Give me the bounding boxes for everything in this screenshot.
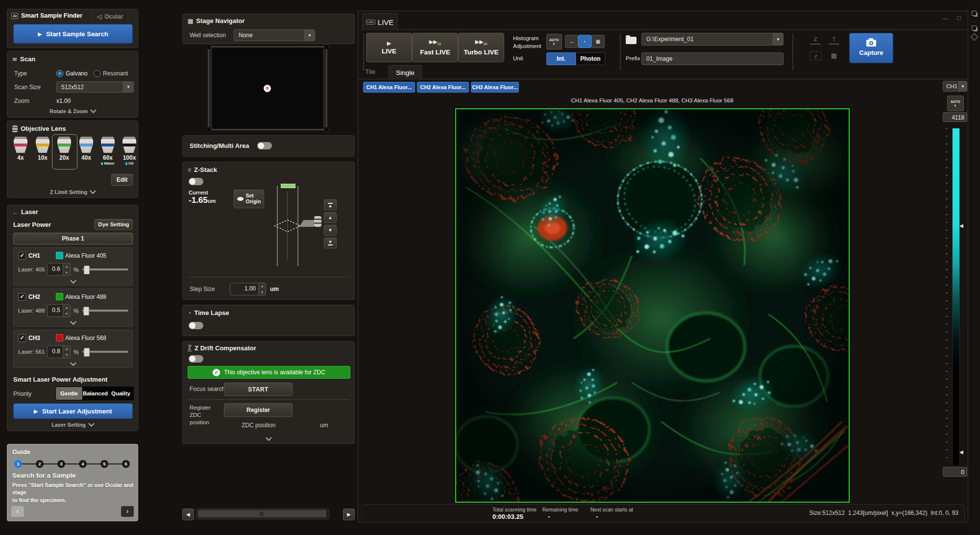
capture-time-icon[interactable]: T xyxy=(829,35,839,45)
start-sample-search-button[interactable]: ▶ Start Sample Search xyxy=(13,24,133,44)
histogram-auto-button[interactable]: AUTO ◐ xyxy=(546,34,562,49)
ch2-expander[interactable] xyxy=(14,321,132,325)
objective-40x[interactable]: 40x xyxy=(75,137,97,161)
guide-step-6[interactable]: 6 xyxy=(122,460,130,468)
horizontal-scrollbar[interactable] xyxy=(196,509,329,519)
lut-lower-handle[interactable]: ◀ xyxy=(959,449,963,455)
z-move-bottom-button[interactable]: ▼ xyxy=(324,238,337,248)
ch1-checkbox[interactable]: ✓ xyxy=(18,252,26,260)
step-size-value[interactable]: 1.00 xyxy=(230,283,258,295)
guide-step-4[interactable]: 4 xyxy=(79,460,87,468)
stitching-toggle[interactable] xyxy=(257,142,272,149)
slider-thumb[interactable] xyxy=(83,307,89,316)
dock-dots-icon[interactable]: ···· xyxy=(970,20,977,23)
slider-thumb[interactable] xyxy=(84,266,90,274)
zdc-toggle[interactable] xyxy=(189,355,203,363)
spin-down-icon[interactable]: ▼ xyxy=(63,352,70,358)
time-lapse-toggle[interactable] xyxy=(189,322,203,329)
dye-setting-button[interactable]: Dye Setting xyxy=(95,219,133,230)
ch1-expander[interactable] xyxy=(14,280,132,284)
slider-thumb[interactable] xyxy=(84,348,90,357)
z-move-down-button[interactable]: ▼ xyxy=(324,225,337,236)
dock-layers-icon[interactable] xyxy=(972,25,977,30)
tab-tile[interactable]: Tile xyxy=(365,68,375,75)
register-button[interactable]: Register xyxy=(224,403,293,417)
capture-button[interactable]: Capture xyxy=(849,33,893,63)
live-button[interactable]: ▶ LIVE xyxy=(366,33,412,62)
prefix-input[interactable]: 01_Image xyxy=(641,52,784,65)
ch3-expander[interactable] xyxy=(14,362,132,366)
z-current-plane-diamond[interactable] xyxy=(274,219,301,233)
capture-z-stack-icon[interactable]: Z xyxy=(810,35,821,45)
priority-quality[interactable]: Quality xyxy=(108,387,133,400)
rotate-zoom-expander[interactable]: Rotate & Zoom xyxy=(7,108,138,114)
guide-step-1[interactable]: 1 xyxy=(14,460,22,468)
stage-preview[interactable]: + xyxy=(208,46,327,130)
priority-balanced[interactable]: Balanced xyxy=(82,387,108,400)
histogram-expanded-button[interactable]: ▦ xyxy=(591,35,605,48)
spin-down-icon[interactable]: ▼ xyxy=(63,311,70,317)
spin-up-icon[interactable]: ▲ xyxy=(63,264,70,270)
scan-size-dropdown[interactable]: 512x512 ▼ xyxy=(56,81,134,93)
capture-z-range-icon[interactable]: z xyxy=(810,51,822,60)
objective-10x[interactable]: 10x xyxy=(32,137,53,161)
z-stack-toggle[interactable] xyxy=(189,178,203,185)
ch2-checkbox[interactable]: ✓ xyxy=(18,293,26,301)
zdc-expander[interactable] xyxy=(183,437,354,441)
ch3-channel-chip[interactable]: CH3 Alexa Fluor... xyxy=(471,82,519,93)
dock-3d-cube-icon[interactable] xyxy=(971,33,979,41)
ch2-power-slider[interactable] xyxy=(82,310,128,312)
spin-down-icon[interactable]: ▼ xyxy=(63,270,70,276)
well-selection-dropdown[interactable]: None ▼ xyxy=(234,29,315,41)
ch1-power-value[interactable]: 0.6 xyxy=(48,264,63,275)
ch1-power-spinner[interactable]: 0.6 ▲▼ xyxy=(47,263,71,276)
unit-int-button[interactable]: Int. xyxy=(546,52,576,65)
spin-down-icon[interactable]: ▼ xyxy=(259,290,266,295)
edit-button[interactable]: Edit xyxy=(111,174,133,186)
scrollbar-thumb[interactable] xyxy=(198,510,326,517)
lut-gradient-bar[interactable] xyxy=(952,128,960,466)
ch1-channel-chip[interactable]: CH1 Alexa Fluor... xyxy=(363,82,415,93)
save-folder-dropdown[interactable]: G:\Experiment_01 ▼ xyxy=(641,33,784,46)
laser-setting-expander[interactable]: Laser Setting xyxy=(7,422,138,428)
lut-auto-button[interactable]: AUTO ◐ xyxy=(947,96,964,111)
objective-100x[interactable]: 100x Oil xyxy=(119,137,140,166)
z-top-marker[interactable] xyxy=(281,184,295,188)
live-image-frame[interactable] xyxy=(455,108,850,503)
focus-search-start-button[interactable]: START xyxy=(224,383,293,396)
stage-corner-handle[interactable] xyxy=(324,45,329,49)
histogram-compact-button[interactable]: ▪ xyxy=(578,35,591,48)
ch2-channel-chip[interactable]: CH2 Alexa Fluor... xyxy=(417,82,469,93)
unit-photon-button[interactable]: Photon xyxy=(576,52,605,65)
objective-60x[interactable]: 60x Water xyxy=(97,137,119,166)
objective-20x-selected[interactable]: 20x xyxy=(53,137,75,161)
ch3-power-spinner[interactable]: 0.8 ▲▼ xyxy=(47,345,71,358)
ch3-power-value[interactable]: 0.8 xyxy=(48,346,63,358)
stage-corner-handle[interactable] xyxy=(206,127,211,132)
radio-resonant[interactable] xyxy=(94,70,100,77)
tab-smart-sample-finder[interactable]: AI Smart Sample Finder xyxy=(11,12,82,19)
ch2-power-spinner[interactable]: 0.5 ▲▼ xyxy=(47,304,71,317)
set-origin-button[interactable]: SetOrigin xyxy=(234,190,264,208)
z-move-top-button[interactable]: ▲ xyxy=(324,199,337,210)
priority-gentle[interactable]: Gentle xyxy=(56,387,82,400)
turbo-live-button[interactable]: ▶▶x4 Turbo LIVE xyxy=(458,33,504,62)
radio-galvano[interactable] xyxy=(56,70,63,77)
scroll-right-button[interactable]: ▶ xyxy=(343,509,355,520)
step-size-spinner[interactable]: 1.00 ▲▼ xyxy=(230,283,266,295)
stage-position-marker[interactable]: + xyxy=(264,85,271,92)
spin-up-icon[interactable]: ▲ xyxy=(63,305,70,311)
phase-1-button[interactable]: Phase 1 xyxy=(13,233,133,244)
tab-single[interactable]: Single xyxy=(389,65,422,80)
stage-corner-handle[interactable] xyxy=(206,45,211,49)
fast-live-button[interactable]: ▶▶x2 Fast LIVE xyxy=(412,33,458,62)
minimize-button[interactable]: — xyxy=(943,15,948,21)
guide-step-5[interactable]: 5 xyxy=(100,460,108,468)
lut-max-input[interactable]: 4118 xyxy=(943,112,967,122)
spin-up-icon[interactable]: ▲ xyxy=(63,346,70,352)
maximize-button[interactable]: □ xyxy=(957,14,961,22)
z-limit-expander[interactable]: Z Limit Setting xyxy=(7,189,138,195)
ch1-power-slider[interactable] xyxy=(82,268,128,270)
lut-min-input[interactable]: 0 xyxy=(943,467,967,477)
capture-tile-icon[interactable]: ▦ xyxy=(829,51,839,59)
